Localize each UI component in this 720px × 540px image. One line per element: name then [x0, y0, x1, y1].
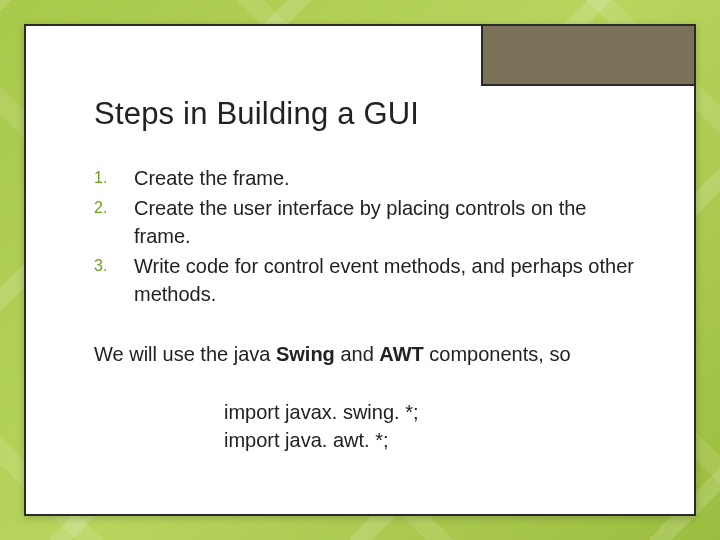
list-number: 3.: [94, 252, 112, 277]
code-line: import javax. swing. *;: [224, 398, 642, 426]
corner-decoration: [481, 24, 696, 86]
list-item: 3. Write code for control event methods,…: [94, 252, 642, 308]
list-number: 1.: [94, 164, 112, 189]
list-text: Write code for control event methods, an…: [134, 252, 642, 308]
list-item: 1. Create the frame.: [94, 164, 642, 192]
slide-content: Steps in Building a GUI 1. Create the fr…: [26, 26, 694, 494]
code-block: import javax. swing. *; import java. awt…: [94, 398, 642, 454]
body-mid: and: [335, 343, 379, 365]
list-text: Create the frame.: [134, 164, 642, 192]
list-text: Create the user interface by placing con…: [134, 194, 642, 250]
body-suffix: components, so: [424, 343, 571, 365]
steps-list: 1. Create the frame. 2. Create the user …: [94, 164, 642, 308]
body-bold-swing: Swing: [276, 343, 335, 365]
code-line: import java. awt. *;: [224, 426, 642, 454]
body-prefix: We will use the java: [94, 343, 276, 365]
list-number: 2.: [94, 194, 112, 219]
body-paragraph: We will use the java Swing and AWT compo…: [94, 340, 642, 368]
body-bold-awt: AWT: [379, 343, 423, 365]
list-item: 2. Create the user interface by placing …: [94, 194, 642, 250]
slide-title: Steps in Building a GUI: [94, 96, 642, 132]
slide-container: Steps in Building a GUI 1. Create the fr…: [24, 24, 696, 516]
